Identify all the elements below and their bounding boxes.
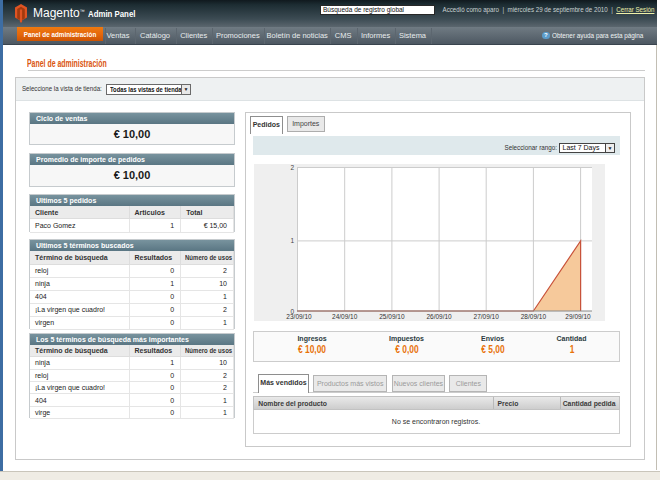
svg-text:23/09/10: 23/09/10 xyxy=(286,313,312,320)
svg-text:28/09/10: 28/09/10 xyxy=(521,313,547,320)
svg-text:1: 1 xyxy=(290,237,294,244)
svg-text:25/09/10: 25/09/10 xyxy=(379,313,405,320)
svg-text:26/09/10: 26/09/10 xyxy=(426,313,452,320)
svg-text:24/09/10: 24/09/10 xyxy=(332,313,358,320)
svg-text:27/09/10: 27/09/10 xyxy=(474,313,500,320)
svg-text:2: 2 xyxy=(290,164,294,171)
svg-text:29/09/10: 29/09/10 xyxy=(565,313,591,320)
